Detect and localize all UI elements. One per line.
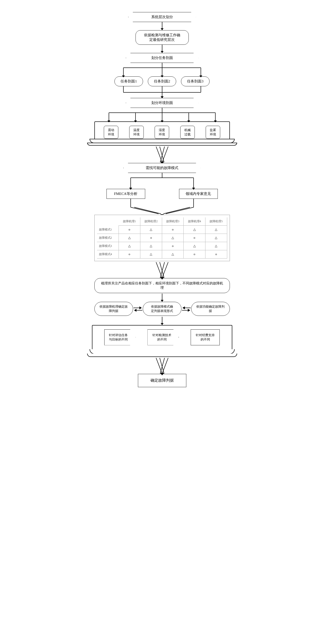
svg-marker-52	[134, 309, 136, 312]
step3-box: 划分任务剖面	[126, 53, 198, 63]
col-header-3: 故障机理3	[162, 218, 184, 226]
col-header-4: 故障机理4	[184, 218, 205, 226]
task2-box: 任务剖面2	[148, 76, 176, 86]
converge-tasks	[104, 86, 220, 98]
svg-marker-7	[199, 76, 202, 78]
row-label-2: 故障模式2	[97, 234, 119, 242]
svg-marker-23	[187, 120, 190, 122]
converge-to-matrix	[107, 199, 218, 216]
svg-line-26	[156, 146, 162, 162]
svg-line-42	[163, 207, 190, 214]
svg-marker-56	[188, 309, 190, 312]
svg-marker-25	[214, 120, 217, 122]
svg-line-45	[160, 262, 164, 278]
svg-line-58	[160, 358, 164, 374]
svg-marker-5	[161, 76, 164, 78]
shelf-body: 震动 环境 温度 环境 湿度 环境 机械 过载 盐雾 环境	[94, 122, 230, 139]
left-oval-box: 依据故障机理确定故障判据	[94, 302, 133, 316]
svg-line-44	[156, 262, 162, 278]
penta3-box: 针对经费支持 的不同	[191, 330, 220, 345]
svg-marker-34	[129, 188, 132, 190]
double-converge-arrow	[131, 146, 194, 164]
fmeca-branch-arrows	[107, 173, 218, 190]
env4-box: 机械 过载	[180, 126, 195, 139]
shelf2-base2	[87, 354, 237, 357]
arrow-6	[162, 294, 162, 300]
row-label-1: 故障模式1	[97, 226, 119, 234]
table-row: 故障模式4 o △ △ o o	[97, 250, 227, 258]
env5-box: 盐雾 环境	[206, 126, 220, 139]
svg-line-41	[166, 207, 194, 214]
svg-marker-61	[160, 373, 164, 375]
task3-box: 任务剖面3	[181, 76, 210, 86]
svg-line-46	[162, 262, 168, 278]
svg-line-60	[160, 358, 165, 374]
arrow-2	[162, 45, 162, 52]
svg-marker-19	[134, 120, 137, 122]
matrix-table: 故障机理1 故障机理2 故障机理3 故障机理4 故障机理5 故障模式1 o △ …	[97, 218, 227, 258]
svg-line-47	[160, 262, 165, 278]
shelf2-body: 针对评估任务 与目标的不同 针对检测技术 的不同 针对经费支持 的不同	[92, 325, 232, 349]
env2-box: 温度 环境	[129, 126, 144, 139]
svg-marker-54	[182, 306, 185, 309]
fmeca-row: FMECA等分析 领域内专家意见	[107, 189, 218, 199]
right-oval-box: 依据功能确定故障判据	[191, 302, 230, 316]
shelf-base	[90, 139, 235, 143]
row-label-4: 故障模式4	[97, 250, 119, 258]
penta2-box: 针对检测技术 的不同	[147, 330, 179, 345]
matrix-section: 故障机理1 故障机理2 故障机理3 故障机理4 故障机理5 故障模式1 o △ …	[94, 215, 230, 261]
svg-marker-50	[139, 306, 142, 309]
svg-marker-36	[192, 188, 195, 190]
final-box: 确定故障判据	[138, 374, 186, 387]
task1-box: 任务剖面1	[114, 76, 143, 86]
svg-line-28	[162, 146, 168, 162]
svg-line-27	[160, 146, 164, 162]
penta-shelf: 针对评估任务 与目标的不同 针对检测技术 的不同 针对经费支持 的不同	[77, 325, 247, 357]
expert-box: 领域内专家意见	[179, 189, 218, 199]
branch-env	[94, 108, 230, 122]
double-converge-arrow2	[131, 262, 194, 279]
col-header-5: 故障机理5	[205, 218, 227, 226]
svg-line-40	[134, 207, 161, 214]
shelf2-base	[90, 349, 235, 354]
task-boxes-row: 任务剖面1 任务剖面2 任务剖面3	[104, 76, 220, 86]
svg-marker-21	[161, 120, 164, 122]
step4-box: 划分环境剖面	[126, 98, 198, 108]
penta1-box: 针对评估任务 与目标的不同	[104, 330, 136, 345]
step1-box: 系统层次划分	[128, 12, 196, 22]
fmeca-box: FMECA等分析	[107, 189, 145, 199]
arrow-1	[162, 22, 162, 29]
step6-box: 梳理所关注产品在相应任务剖面下，相应环境剖面下，不同故障模式对应的故障机理	[94, 278, 230, 293]
svg-line-57	[156, 358, 162, 374]
env3-box: 湿度 环境	[155, 126, 169, 139]
branch-tasks	[104, 63, 220, 78]
table-row: 故障模式3 △ △ o △ △	[97, 242, 227, 250]
svg-marker-17	[107, 120, 110, 122]
center-oval-box: 依据故障模式确 定判据表现形式	[143, 302, 181, 316]
env1-box: 震动 环境	[104, 126, 118, 139]
env-shelf: 震动 环境 温度 环境 湿度 环境 机械 过载 盐雾 环境	[77, 122, 247, 146]
step5-box: 需找可能的故障模式	[123, 163, 201, 173]
table-row: 故障模式1 o △ o △ △	[97, 226, 227, 234]
svg-line-29	[160, 146, 165, 162]
svg-line-39	[131, 207, 158, 214]
col-header-2: 故障机理2	[140, 218, 162, 226]
three-oval-row: 依据故障机理确定故障判据 依据故障模式确 定判据表现形式	[94, 302, 230, 316]
double-converge-arrow3	[131, 358, 194, 375]
table-row: 故障模式2 △ o △ o △	[97, 234, 227, 242]
svg-marker-3	[122, 76, 125, 78]
arrow-7	[162, 317, 162, 324]
flow-diagram: 系统层次划分 依据检测与维修工作确 定最低研究层次 划分任务剖面 任	[77, 7, 247, 387]
col-header-1: 故障机理1	[119, 218, 140, 226]
svg-line-59	[162, 358, 168, 374]
row-label-3: 故障模式3	[97, 242, 119, 250]
step2-box: 依据检测与维修工作确 定最低研究层次	[136, 30, 189, 45]
svg-marker-48	[160, 277, 164, 280]
